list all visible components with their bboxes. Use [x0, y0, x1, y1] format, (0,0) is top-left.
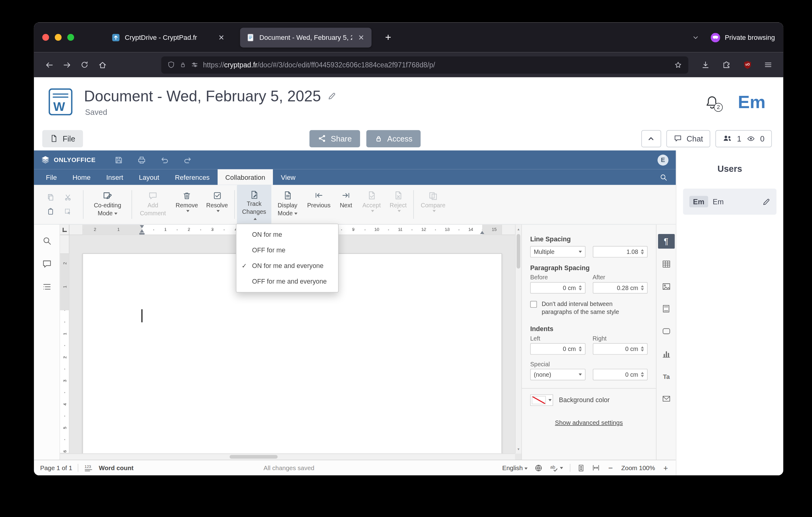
shape-settings-tab[interactable]: [658, 324, 675, 338]
line-spacing-amount-spinner[interactable]: 1.08: [592, 246, 648, 257]
permissions-sliders-icon[interactable]: [191, 61, 198, 69]
maximize-window-button[interactable]: [67, 34, 74, 41]
collapse-toolbar-button[interactable]: [641, 130, 661, 147]
editor-user-avatar[interactable]: E: [658, 154, 668, 165]
header-footer-settings-tab[interactable]: [658, 301, 675, 316]
no-interval-checkbox[interactable]: [530, 301, 537, 307]
close-tab-icon[interactable]: ✕: [357, 33, 365, 42]
advanced-settings-link[interactable]: Show advanced settings: [530, 419, 648, 426]
close-window-button[interactable]: [42, 34, 49, 41]
spin-down-icon[interactable]: [641, 289, 644, 291]
tab-document[interactable]: Document - Wed, February 5, 2 ✕: [240, 28, 372, 48]
account-avatar[interactable]: Em: [738, 91, 765, 112]
chart-settings-tab[interactable]: [658, 346, 675, 361]
tab-list-chevron-icon[interactable]: [692, 34, 699, 41]
spin-up-icon[interactable]: [579, 346, 582, 348]
compare-button[interactable]: Compare: [416, 185, 451, 224]
resolve-comment-button[interactable]: Resolve: [202, 185, 232, 224]
spin-down-icon[interactable]: [641, 350, 644, 352]
spin-up-icon[interactable]: [641, 372, 644, 374]
extensions-puzzle-icon[interactable]: [718, 56, 735, 73]
remove-comment-button[interactable]: Remove: [172, 185, 202, 224]
edit-title-pencil-icon[interactable]: [328, 92, 336, 100]
back-button[interactable]: [40, 56, 58, 73]
zoom-level[interactable]: Zoom 100%: [621, 464, 655, 471]
spin-down-icon[interactable]: [579, 289, 582, 291]
vertical-ruler[interactable]: 21123456: [60, 235, 69, 454]
paragraph-settings-tab[interactable]: ¶: [658, 234, 675, 249]
mail-merge-settings-tab[interactable]: [658, 391, 675, 406]
spacing-before-spinner[interactable]: 0 cm: [530, 282, 585, 294]
tab-selector-corner[interactable]: [60, 224, 69, 235]
spin-up-icon[interactable]: [641, 346, 644, 348]
chat-button[interactable]: Chat: [666, 130, 710, 147]
menu-tab-insert[interactable]: Insert: [98, 169, 131, 185]
select-all-icon[interactable]: [64, 208, 71, 215]
horizontal-scroll-thumb[interactable]: [229, 455, 278, 459]
indent-left-spinner[interactable]: 0 cm: [530, 343, 585, 355]
zoom-out-button[interactable]: −: [607, 464, 614, 472]
track-changes-menu-item[interactable]: ON for me and everyone: [236, 258, 338, 274]
paste-icon[interactable]: [47, 208, 54, 215]
presence-button[interactable]: 1 0: [716, 130, 772, 147]
fit-width-icon[interactable]: [592, 464, 600, 472]
close-tab-icon[interactable]: ✕: [217, 33, 226, 42]
reload-button[interactable]: [76, 56, 93, 73]
minimize-window-button[interactable]: [55, 34, 61, 41]
special-select[interactable]: (none): [530, 369, 585, 380]
print-icon[interactable]: [137, 155, 146, 164]
menu-tab-layout[interactable]: Layout: [131, 169, 167, 185]
fit-page-icon[interactable]: [577, 464, 585, 472]
new-tab-button[interactable]: +: [381, 31, 395, 43]
home-button[interactable]: [93, 56, 111, 73]
spell-check-toggle[interactable]: ab: [550, 464, 563, 472]
copy-icon[interactable]: [47, 194, 54, 201]
spin-up-icon[interactable]: [579, 285, 582, 287]
special-amount-spinner[interactable]: 0 cm: [592, 369, 648, 380]
url-bar[interactable]: https://cryptpad.fr/doc/#/3/doc/edit/ff0…: [161, 56, 688, 73]
hanging-indent-marker[interactable]: [140, 229, 144, 233]
menu-tab-references[interactable]: References: [167, 169, 218, 185]
text-art-settings-tab[interactable]: Ta: [658, 369, 675, 383]
reject-change-button[interactable]: Reject: [385, 185, 411, 224]
scroll-down-arrow-icon[interactable]: ▼: [516, 446, 521, 452]
redo-icon[interactable]: [183, 155, 192, 164]
downloads-button[interactable]: [697, 56, 715, 73]
first-line-indent-marker[interactable]: [140, 225, 144, 228]
left-indent-marker[interactable]: [139, 233, 144, 235]
find-icon[interactable]: [42, 236, 51, 246]
ublock-origin-icon[interactable]: uO: [738, 56, 756, 73]
track-changes-menu-item[interactable]: OFF for me: [236, 242, 338, 258]
spacing-after-spinner[interactable]: 0.28 cm: [592, 282, 648, 294]
undo-icon[interactable]: [160, 155, 169, 164]
bookmark-star-icon[interactable]: [674, 61, 682, 69]
image-settings-tab[interactable]: [658, 279, 675, 294]
menu-tab-file[interactable]: File: [38, 169, 65, 185]
vertical-scrollbar[interactable]: ▲ ▼: [515, 224, 521, 453]
coediting-mode-button[interactable]: Co-editing Mode: [86, 185, 129, 224]
tracking-shield-icon[interactable]: [167, 61, 175, 69]
no-interval-option[interactable]: Don't add interval between paragraphs of…: [530, 300, 648, 316]
search-button[interactable]: [651, 169, 676, 185]
edit-user-pencil-icon[interactable]: [762, 198, 771, 206]
spin-down-icon[interactable]: [641, 375, 644, 377]
menu-hamburger-icon[interactable]: [759, 56, 777, 73]
track-changes-button[interactable]: Track Changes: [237, 185, 271, 224]
tab-cryptdrive[interactable]: CryptDrive - CryptPad.fr ✕: [106, 28, 232, 48]
add-comment-button[interactable]: Add Comment: [134, 185, 172, 224]
background-color-swatch[interactable]: [530, 394, 553, 406]
document-language-globe-icon[interactable]: [534, 464, 543, 472]
navigation-headings-icon[interactable]: [42, 282, 51, 292]
access-button[interactable]: Access: [366, 130, 421, 147]
spin-down-icon[interactable]: [641, 252, 644, 254]
menu-tab-home[interactable]: Home: [64, 169, 98, 185]
notifications-bell-icon[interactable]: 2: [705, 95, 719, 109]
cut-icon[interactable]: [64, 194, 71, 201]
zoom-in-button[interactable]: +: [662, 464, 669, 472]
menu-tab-collaboration[interactable]: Collaboration: [218, 169, 273, 185]
file-button[interactable]: File: [42, 130, 83, 147]
word-count-button[interactable]: Word count: [99, 464, 134, 471]
track-changes-menu-item[interactable]: OFF for me and everyone: [236, 274, 338, 290]
line-spacing-select[interactable]: Multiple: [530, 246, 585, 257]
next-change-button[interactable]: Next: [334, 185, 358, 224]
